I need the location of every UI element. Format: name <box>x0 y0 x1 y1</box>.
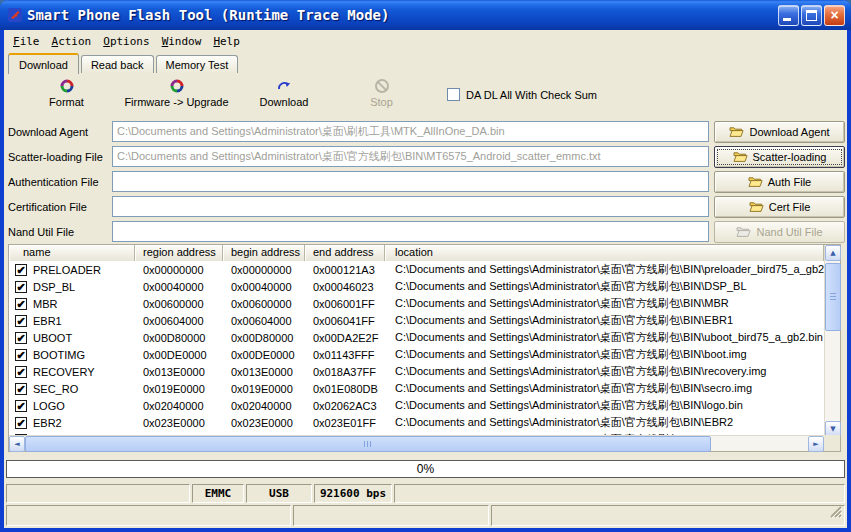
menu-window[interactable]: Window <box>156 33 208 50</box>
minimize-button[interactable] <box>778 5 799 26</box>
header-location[interactable]: location <box>385 245 824 261</box>
vertical-scrollbar[interactable]: ▲ ▼ <box>824 245 840 437</box>
menu-help[interactable]: Help <box>207 33 246 50</box>
scroll-up-icon[interactable]: ▲ <box>825 245 841 261</box>
auth-file-button[interactable]: Auth File <box>714 171 845 193</box>
firmware-upgrade-label: Firmware -> Upgrade <box>124 96 228 108</box>
firmware-upgrade-button[interactable]: Firmware -> Upgrade <box>119 77 234 108</box>
name-cell: ✔EBR1 <box>9 315 135 327</box>
table-row-recovery[interactable]: ✔RECOVERY0x013E00000x013E00000x018A37FFC… <box>9 363 824 380</box>
menu-file[interactable]: File <box>7 33 46 50</box>
table-body: ✔PRELOADER0x000000000x000000000x000121A3… <box>9 261 824 437</box>
row-checkbox-checked[interactable]: ✔ <box>15 281 27 293</box>
status-cell-baud-rate: 921600 bps <box>314 484 392 503</box>
stop-prohibition-icon <box>374 77 390 94</box>
table-header: name region address begin address end ad… <box>9 245 824 261</box>
scatter-loading-file-label: Scatter-loading File <box>8 151 112 163</box>
tab-download[interactable]: Download <box>8 53 79 74</box>
row-checkbox-checked[interactable]: ✔ <box>15 298 27 310</box>
menu-action[interactable]: Action <box>46 33 98 50</box>
scatter-loading-button[interactable]: Scatter-loading <box>714 146 845 168</box>
maximize-button[interactable] <box>801 5 822 26</box>
header-end-address[interactable]: end address <box>305 245 385 261</box>
begin-address: 0x013E0000 <box>223 366 305 378</box>
table-row-mbr[interactable]: ✔MBR0x006000000x006000000x006001FFC:\Doc… <box>9 295 824 312</box>
row-checkbox-checked[interactable]: ✔ <box>15 366 27 378</box>
da-dl-checksum-option[interactable]: DA DL All With Check Sum <box>447 88 597 101</box>
row-checkbox-checked[interactable]: ✔ <box>15 264 27 276</box>
progress-bar: 0% <box>6 460 845 478</box>
region-address: 0x023E0000 <box>135 417 223 429</box>
region-address: 0x013E0000 <box>135 366 223 378</box>
name-cell: ✔RECOVERY <box>9 366 135 378</box>
table-row-bootimg[interactable]: ✔BOOTIMG0x00DE00000x00DE00000x01143FFFC:… <box>9 346 824 363</box>
menu-options[interactable]: Options <box>97 33 155 50</box>
end-address: 0x018A37FF <box>305 366 385 378</box>
row-checkbox-checked[interactable]: ✔ <box>15 400 27 412</box>
browse-button-label: Cert File <box>769 201 811 213</box>
resize-grip-icon[interactable] <box>828 505 842 523</box>
name-cell: ✔PRELOADER <box>9 264 135 276</box>
end-address: 0x00046023 <box>305 281 385 293</box>
table-row-ebr1[interactable]: ✔EBR10x006040000x006040000x006041FFC:\Do… <box>9 312 824 329</box>
close-button[interactable]: × <box>824 5 845 26</box>
certification-file-input[interactable] <box>112 196 709 217</box>
field-row-certification-file: Certification FileCert File <box>4 194 847 219</box>
status2-cell-empty-1 <box>6 505 291 526</box>
status-cell-empty-2 <box>394 484 845 503</box>
begin-address: 0x00DE0000 <box>223 349 305 361</box>
header-name[interactable]: name <box>9 245 135 261</box>
row-checkbox-checked[interactable]: ✔ <box>15 332 27 344</box>
open-folder-icon <box>729 126 744 138</box>
tab-read-back[interactable]: Read back <box>81 55 154 73</box>
scatter-loading-file-input[interactable]: C:\Documents and Settings\Administrator\… <box>112 146 709 167</box>
field-row-nand-util-file: Nand Util FileNand Util File <box>4 219 847 244</box>
download-agent-button[interactable]: Download Agent <box>714 121 845 143</box>
partition-name: RECOVERY <box>33 366 95 378</box>
nand-util-file-input[interactable] <box>112 221 709 242</box>
row-checkbox-checked[interactable]: ✔ <box>15 383 27 395</box>
app-icon <box>7 7 23 23</box>
begin-address: 0x00604000 <box>223 315 305 327</box>
vertical-scroll-thumb[interactable] <box>825 263 841 331</box>
scroll-right-icon[interactable]: ► <box>808 436 824 452</box>
window-controls: × <box>778 5 845 26</box>
name-cell: ✔DSP_BL <box>9 281 135 293</box>
table-row-ebr2[interactable]: ✔EBR20x023E00000x023E00000x023E01FFC:\Do… <box>9 414 824 431</box>
horizontal-scroll-thumb[interactable] <box>25 436 711 452</box>
table-row-dsp-bl[interactable]: ✔DSP_BL0x000400000x000400000x00046023C:\… <box>9 278 824 295</box>
vertical-scroll-track[interactable] <box>825 261 841 421</box>
header-region-address[interactable]: region address <box>135 245 223 261</box>
format-button[interactable]: Format <box>14 77 119 108</box>
location: C:\Documents and Settings\Administrator\… <box>385 415 824 430</box>
header-begin-address[interactable]: begin address <box>223 245 305 261</box>
download-button[interactable]: Download <box>234 77 334 108</box>
cert-file-button[interactable]: Cert File <box>714 196 845 218</box>
table-row-logo[interactable]: ✔LOGO0x020400000x020400000x02062AC3C:\Do… <box>9 397 824 414</box>
open-folder-icon <box>733 151 748 163</box>
progress-percent-label: 0% <box>417 462 434 476</box>
table-row-uboot[interactable]: ✔UBOOT0x00D800000x00D800000x00DA2E2FC:\D… <box>9 329 824 346</box>
partition-name: LOGO <box>33 400 65 412</box>
row-checkbox-checked[interactable]: ✔ <box>15 315 27 327</box>
horizontal-scroll-track[interactable] <box>25 436 808 452</box>
browse-button-label: Scatter-loading <box>753 151 827 163</box>
table-row-sec-ro[interactable]: ✔SEC_RO0x019E00000x019E00000x01E080DBC:\… <box>9 380 824 397</box>
row-checkbox-checked[interactable]: ✔ <box>15 349 27 361</box>
partition-name: PRELOADER <box>33 264 101 276</box>
authentication-file-input[interactable] <box>112 171 709 192</box>
partition-name: DSP_BL <box>33 281 75 293</box>
download-agent-input[interactable]: C:\Documents and Settings\Administrator\… <box>112 121 709 142</box>
checkbox-unchecked-icon[interactable] <box>447 88 460 101</box>
scroll-left-icon[interactable]: ◄ <box>9 436 25 452</box>
stop-button: Stop <box>334 77 429 108</box>
row-checkbox-checked[interactable]: ✔ <box>15 417 27 429</box>
horizontal-scrollbar[interactable]: ◄ ► <box>9 435 824 451</box>
authentication-file-label: Authentication File <box>8 176 112 188</box>
table-row-preloader[interactable]: ✔PRELOADER0x000000000x000000000x000121A3… <box>9 261 824 278</box>
tab-memory-test[interactable]: Memory Test <box>156 55 239 73</box>
name-cell: ✔SEC_RO <box>9 383 135 395</box>
field-row-download-agent: Download AgentC:\Documents and Settings\… <box>4 119 847 144</box>
region-address: 0x00000000 <box>135 264 223 276</box>
location: C:\Documents and Settings\Administrator\… <box>385 398 824 413</box>
